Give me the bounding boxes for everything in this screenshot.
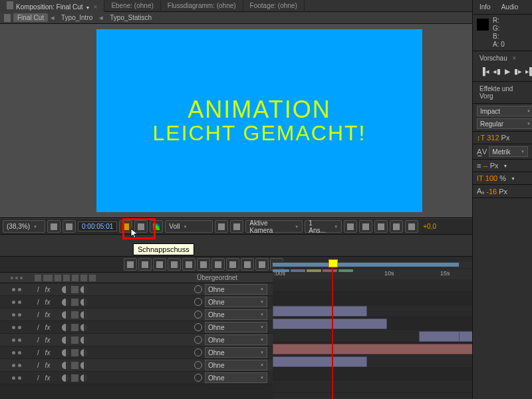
fx-icon[interactable]: fx bbox=[44, 374, 51, 382]
half-icon[interactable] bbox=[80, 374, 88, 382]
show-snapshot-button[interactable] bbox=[134, 220, 148, 233]
pickwhip-icon[interactable] bbox=[194, 348, 202, 356]
pickwhip-icon[interactable] bbox=[194, 285, 202, 293]
sq-icon[interactable] bbox=[71, 299, 78, 306]
half-icon[interactable] bbox=[80, 299, 88, 306]
stroke-dropdown-icon[interactable]: ▼ bbox=[503, 164, 508, 168]
tab-preview[interactable]: Vorschau × bbox=[477, 53, 528, 63]
timecode-display[interactable]: 0:00:05:01 bbox=[78, 221, 117, 231]
fx-icon[interactable]: fx bbox=[44, 286, 51, 293]
slash-icon[interactable]: / bbox=[35, 286, 42, 293]
sq-icon[interactable] bbox=[71, 286, 78, 293]
clip[interactable] bbox=[419, 331, 460, 342]
parent-dropdown[interactable]: Ohne bbox=[205, 297, 267, 307]
half-icon[interactable] bbox=[80, 336, 88, 344]
tab-composition[interactable]: Komposition: Final Cut▼× bbox=[0, 0, 104, 12]
half-icon[interactable] bbox=[80, 286, 88, 293]
sq-icon[interactable] bbox=[71, 336, 78, 344]
half-icon[interactable] bbox=[62, 286, 69, 293]
dropdown-icon[interactable]: ▼ bbox=[86, 5, 90, 10]
last-frame-button[interactable]: ▸▌ bbox=[526, 67, 532, 75]
tl-btn-4[interactable] bbox=[168, 258, 181, 271]
first-frame-button[interactable]: ▐◂ bbox=[481, 67, 489, 75]
half-icon[interactable] bbox=[80, 349, 88, 356]
tl-btn-2[interactable] bbox=[138, 258, 152, 271]
half-icon[interactable] bbox=[80, 324, 88, 331]
half-icon[interactable] bbox=[80, 362, 88, 369]
sq-icon[interactable] bbox=[71, 324, 78, 331]
slash-icon[interactable]: / bbox=[35, 336, 42, 344]
kerning-dropdown[interactable]: Metrik bbox=[489, 146, 528, 157]
pickwhip-icon[interactable] bbox=[194, 298, 202, 306]
snapshot-button[interactable] bbox=[119, 220, 132, 233]
work-area-range[interactable] bbox=[273, 263, 459, 267]
slash-icon[interactable]: / bbox=[35, 311, 42, 319]
clip[interactable] bbox=[273, 319, 387, 329]
pickwhip-icon[interactable] bbox=[194, 361, 202, 369]
tl-btn-1[interactable] bbox=[124, 258, 137, 271]
tab-layer[interactable]: Ebene: (ohne) bbox=[104, 1, 160, 11]
play-button[interactable]: ▶ bbox=[505, 67, 510, 75]
pickwhip-icon[interactable] bbox=[194, 311, 202, 319]
close-icon[interactable]: × bbox=[94, 3, 98, 11]
half-icon[interactable] bbox=[62, 336, 69, 344]
next-frame-button[interactable]: ▮▸ bbox=[514, 67, 522, 75]
fx-icon[interactable]: fx bbox=[44, 336, 51, 344]
baseline-value[interactable]: -16 bbox=[486, 188, 497, 196]
parent-dropdown[interactable]: Ohne bbox=[205, 347, 267, 358]
pickwhip-icon[interactable] bbox=[194, 336, 202, 344]
zoom-dropdown[interactable]: (38,3%) bbox=[3, 220, 45, 233]
tab-audio[interactable]: Audio bbox=[499, 2, 521, 12]
flowchart-button[interactable] bbox=[390, 220, 403, 233]
prev-frame-button[interactable]: ◂▮ bbox=[493, 67, 501, 75]
roi-button[interactable] bbox=[215, 220, 228, 233]
parent-dropdown[interactable]: Ohne bbox=[205, 309, 267, 320]
clip[interactable] bbox=[273, 306, 367, 317]
scale-value[interactable]: 100 bbox=[485, 174, 497, 182]
crumb-typo-intro[interactable]: Typo_Intro bbox=[57, 13, 96, 22]
grid-button[interactable] bbox=[47, 220, 61, 233]
scale-dropdown-icon[interactable]: ▼ bbox=[511, 176, 515, 181]
exposure-value[interactable]: +0,0 bbox=[423, 223, 436, 230]
fx-icon[interactable]: fx bbox=[44, 349, 51, 356]
half-icon[interactable] bbox=[62, 362, 69, 369]
leading-value[interactable]: -- bbox=[483, 162, 487, 170]
pixel-aspect-button[interactable] bbox=[344, 220, 357, 233]
tab-footage[interactable]: Footage: (ohne) bbox=[243, 1, 305, 11]
slash-icon[interactable]: / bbox=[35, 362, 42, 369]
views-dropdown[interactable]: 1 Ans... bbox=[305, 220, 342, 233]
tl-btn-5[interactable] bbox=[182, 258, 196, 271]
camera-dropdown[interactable]: Aktive Kamera bbox=[245, 220, 303, 233]
tab-flowchart[interactable]: Flussdiagramm: (ohne) bbox=[161, 1, 243, 11]
slash-icon[interactable]: / bbox=[35, 324, 42, 331]
tl-btn-6[interactable] bbox=[197, 258, 210, 271]
parent-dropdown[interactable]: Ohne bbox=[205, 322, 267, 332]
tab-info[interactable]: Info bbox=[477, 2, 493, 12]
guides-button[interactable] bbox=[63, 220, 76, 233]
half-icon[interactable] bbox=[80, 311, 88, 319]
resolution-dropdown[interactable]: Voll bbox=[165, 220, 213, 233]
slash-icon[interactable]: / bbox=[35, 374, 42, 382]
sq-icon[interactable] bbox=[71, 374, 78, 382]
slash-icon[interactable]: / bbox=[35, 349, 42, 356]
close-icon[interactable]: × bbox=[512, 55, 516, 62]
fx-icon[interactable]: fx bbox=[44, 362, 51, 369]
playhead[interactable] bbox=[332, 259, 333, 399]
parent-dropdown[interactable]: Ohne bbox=[205, 372, 267, 383]
tl-btn-9[interactable] bbox=[241, 258, 254, 271]
tab-effects[interactable]: Effekte und Vorg bbox=[477, 84, 528, 101]
crumb-typo-statisch[interactable]: Typo_Statisch bbox=[106, 13, 156, 22]
fx-icon[interactable]: fx bbox=[44, 299, 51, 306]
font-style-dropdown[interactable]: Regular bbox=[477, 118, 532, 129]
sq-icon[interactable] bbox=[71, 349, 78, 356]
slash-icon[interactable]: / bbox=[35, 299, 42, 306]
fx-icon[interactable]: fx bbox=[44, 311, 51, 319]
parent-dropdown[interactable]: Ohne bbox=[205, 284, 267, 295]
tl-btn-10[interactable] bbox=[255, 258, 269, 271]
half-icon[interactable] bbox=[62, 324, 69, 331]
tl-btn-7[interactable] bbox=[211, 258, 225, 271]
sq-icon[interactable] bbox=[71, 311, 78, 319]
mblur-button[interactable] bbox=[405, 220, 418, 233]
fast-preview-button[interactable] bbox=[359, 220, 372, 233]
clip[interactable] bbox=[273, 356, 367, 367]
